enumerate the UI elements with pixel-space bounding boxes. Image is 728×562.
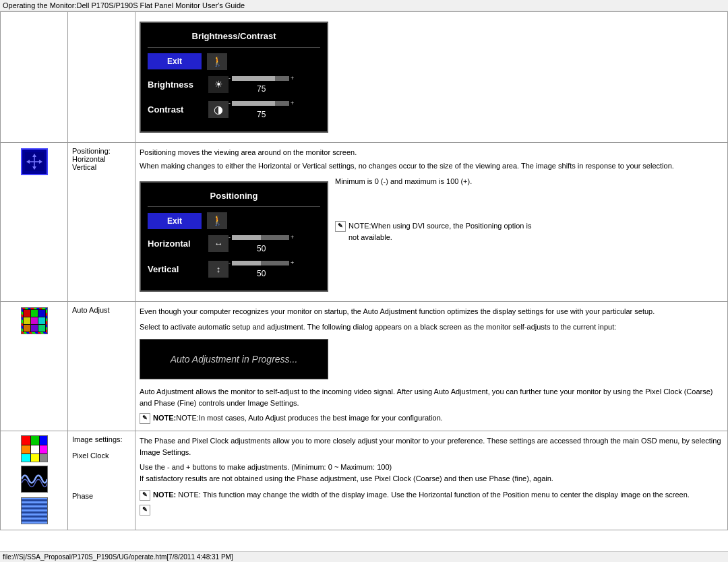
pos-vertical-icon: ↕ xyxy=(208,261,229,278)
table-row: Positioning: Horizontal Vertical Positio… xyxy=(1,142,728,302)
svg-rect-22 xyxy=(31,445,39,454)
image-settings-icon1 xyxy=(21,435,48,462)
pos-vertical-label: Vertical xyxy=(148,263,208,276)
positioning-label-cell: Positioning: Horizontal Vertical xyxy=(68,142,135,302)
svg-rect-20 xyxy=(40,436,48,445)
auto-adjust-dialog-text: Auto Adjustment in Progress... xyxy=(171,352,298,367)
positioning-note-text: NOTE:When using DVI source, the Position… xyxy=(348,220,537,243)
osd-contrast-icon: ◑ xyxy=(208,101,229,118)
osd-title-brightness: Brightness/Contrast xyxy=(148,27,320,48)
pixel-clock-desc: Use the - and + buttons to make adjustme… xyxy=(140,462,723,473)
osd-brightness-slider-area: - + 75 xyxy=(229,74,294,96)
phase-note-text: NOTE: NOTE: This function may change the… xyxy=(153,489,690,501)
image-settings-label: Image settings: xyxy=(72,435,123,443)
svg-rect-21 xyxy=(22,445,30,454)
h-plus-icon: + xyxy=(291,233,294,243)
pos-horizontal-row: Horizontal ↔ - + 50 xyxy=(148,233,320,255)
pixel-clock-label: Pixel Clock xyxy=(72,451,109,460)
pos-vertical-slider-area: - + 50 xyxy=(229,259,294,280)
osd-contrast-row: Contrast ◑ - + 75 xyxy=(148,99,320,121)
osd-contrast-slider-area: - + 75 xyxy=(229,99,294,121)
svg-rect-11 xyxy=(24,317,30,324)
svg-rect-9 xyxy=(31,310,38,317)
pos-exit-button[interactable]: Exit xyxy=(148,213,202,229)
svg-rect-14 xyxy=(24,325,30,332)
image-settings-desc1: The Phase and Pixel Clock adjustments al… xyxy=(140,435,723,458)
contrast-slider[interactable] xyxy=(232,101,289,106)
pos-horizontal-value: 50 xyxy=(257,243,266,255)
phase-note-icon2: ✎ xyxy=(140,505,150,516)
svg-rect-12 xyxy=(31,317,38,324)
osd-exit-button[interactable]: Exit xyxy=(148,53,202,69)
contrast-plus-icon: + xyxy=(291,99,294,108)
phase-note-icon: ✎ xyxy=(140,490,150,501)
h-minus-icon: - xyxy=(229,233,231,243)
table-row: Image settings: Pixel Clock Phase The Ph… xyxy=(1,431,728,530)
positioning-icon-cell xyxy=(1,142,68,302)
image-settings-icon-cell xyxy=(1,431,68,530)
pos-horizontal-label: Horizontal xyxy=(148,237,208,251)
svg-rect-10 xyxy=(38,310,45,317)
pos-vertical-row: Vertical ↕ - + 50 xyxy=(148,259,320,280)
table-row: Brightness/Contrast Exit 🚶 Brightness ☀ … xyxy=(1,12,728,143)
brightness-slider[interactable] xyxy=(232,76,289,81)
title-text: Operating the Monitor:Dell P170S/P190S F… xyxy=(3,1,245,9)
auto-adjust-label: Auto Adjust xyxy=(72,306,110,314)
v-minus-icon: - xyxy=(229,259,231,268)
pos-exit-row: Exit 🚶 xyxy=(148,212,320,229)
v-plus-icon: + xyxy=(291,259,294,268)
svg-rect-8 xyxy=(24,310,30,317)
osd-contrast-value: 75 xyxy=(257,108,266,121)
image-settings-content-cell: The Phase and Pixel Clock adjustments al… xyxy=(135,431,728,530)
footer-bar: file:///S|/SSA_Proposal/P170S_P190S/UG/o… xyxy=(0,551,728,562)
image-settings-label-cell: Image settings: Pixel Clock Phase xyxy=(68,431,135,530)
pos-exit-icon: 🚶 xyxy=(207,212,227,229)
osd-brightness-icon: ☀ xyxy=(208,76,229,93)
footer-text: file:///S|/SSA_Proposal/P170S_P190S/UG/o… xyxy=(3,553,233,561)
auto-adjust-svg xyxy=(23,309,46,332)
svg-rect-16 xyxy=(38,325,45,332)
osd-brightness-slider-row: - + xyxy=(229,74,294,84)
positioning-svg xyxy=(25,152,44,171)
brightness-contrast-osd: Brightness/Contrast Exit 🚶 Brightness ☀ … xyxy=(140,22,328,133)
positioning-label: Positioning: Horizontal Vertical xyxy=(72,147,131,171)
svg-rect-25 xyxy=(31,454,39,462)
positioning-minmax: Minimum is 0 (-) and maximum is 100 (+). xyxy=(335,176,537,187)
image-settings-icon2 xyxy=(21,466,48,493)
pos-horizontal-slider-area: - + 50 xyxy=(229,233,294,255)
svg-rect-26 xyxy=(40,454,48,462)
pixel-clock-desc2: If satisfactory results are not obtained… xyxy=(140,473,723,485)
auto-adjust-content-cell: Even though your computer recognizes you… xyxy=(135,302,728,431)
positioning-osd: Positioning Exit 🚶 Horizontal ↔ xyxy=(140,181,328,292)
positioning-note-row: ✎ NOTE:When using DVI source, the Positi… xyxy=(335,220,537,243)
note-icon: ✎ xyxy=(335,221,346,232)
image-settings-icon3 xyxy=(21,497,48,524)
plus-icon: + xyxy=(291,74,294,84)
positioning-content-cell: Positioning moves the viewing area aroun… xyxy=(135,142,728,302)
svg-rect-19 xyxy=(31,436,39,445)
auto-adjust-dialog: Auto Adjustment in Progress... xyxy=(140,339,328,379)
svg-rect-15 xyxy=(31,325,38,332)
auto-note-icon: ✎ xyxy=(140,413,150,424)
positioning-desc2: When making changes to either the Horizo… xyxy=(140,160,723,172)
positioning-notes: Minimum is 0 (-) and maximum is 100 (+).… xyxy=(335,176,537,246)
auto-adjust-note: NOTE:NOTE:In most cases, Auto Adjust pro… xyxy=(153,412,443,424)
auto-adjust-icon xyxy=(21,307,48,334)
svg-rect-23 xyxy=(40,445,48,454)
auto-adjust-label-cell: Auto Adjust xyxy=(68,302,135,431)
auto-adjust-icon-cell xyxy=(1,302,68,431)
osd-exit-icon: 🚶 xyxy=(207,53,227,70)
svg-rect-24 xyxy=(22,454,30,462)
osd-brightness-label: Brightness xyxy=(148,78,208,92)
auto-adjust-desc1: Even though your computer recognizes you… xyxy=(140,306,723,317)
pos-vertical-slider-row: - + xyxy=(229,259,294,268)
osd-contrast-slider-row: - + xyxy=(229,99,294,108)
minus-icon: - xyxy=(229,74,231,84)
main-table: Brightness/Contrast Exit 🚶 Brightness ☀ … xyxy=(0,11,728,530)
phase-label: Phase xyxy=(72,492,93,500)
horizontal-slider[interactable] xyxy=(232,235,289,240)
vertical-slider[interactable] xyxy=(232,261,289,266)
title-bar: Operating the Monitor:Dell P170S/P190S F… xyxy=(0,0,728,11)
auto-adjust-desc2: Select to activate automatic setup and a… xyxy=(140,321,723,333)
osd-exit-row: Exit 🚶 xyxy=(148,53,320,70)
